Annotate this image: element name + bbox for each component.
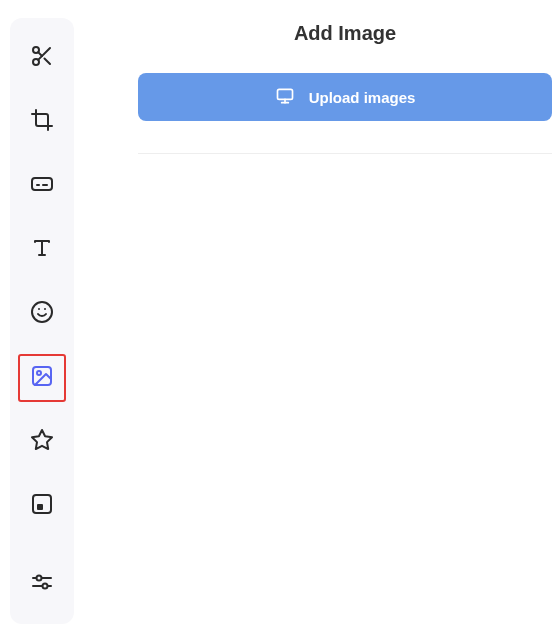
captions-icon xyxy=(30,172,54,200)
overlay-icon xyxy=(30,492,54,520)
monitor-icon xyxy=(275,86,295,109)
upload-images-button[interactable]: Upload images xyxy=(138,73,552,121)
image-icon xyxy=(30,364,54,392)
svg-line-3 xyxy=(44,58,50,64)
page-title: Add Image xyxy=(138,22,552,45)
svg-marker-11 xyxy=(32,430,52,449)
main-panel: Add Image Upload images xyxy=(88,0,558,632)
svg-point-17 xyxy=(43,584,48,589)
sidebar-item-overlay[interactable] xyxy=(19,483,65,529)
scissors-icon xyxy=(30,44,54,72)
star-icon xyxy=(30,428,54,456)
divider xyxy=(138,153,552,154)
sidebar-item-adjust[interactable] xyxy=(19,561,65,607)
svg-point-10 xyxy=(37,371,41,375)
svg-rect-13 xyxy=(37,504,43,510)
crop-icon xyxy=(30,108,54,136)
smile-icon xyxy=(30,300,54,328)
sidebar-item-cut[interactable] xyxy=(19,35,65,81)
sliders-icon xyxy=(30,570,54,598)
sidebar-item-text[interactable] xyxy=(19,227,65,273)
svg-rect-5 xyxy=(32,178,52,190)
sidebar-item-captions[interactable] xyxy=(19,163,65,209)
svg-rect-18 xyxy=(277,89,292,99)
svg-point-6 xyxy=(32,302,52,322)
sidebar-item-star[interactable] xyxy=(19,419,65,465)
text-icon xyxy=(30,236,54,264)
sidebar-item-emoji[interactable] xyxy=(19,291,65,337)
svg-line-4 xyxy=(38,52,42,56)
toolbar-sidebar xyxy=(10,18,74,624)
upload-button-label: Upload images xyxy=(309,89,416,106)
sidebar-item-image[interactable] xyxy=(19,355,65,401)
sidebar-item-crop[interactable] xyxy=(19,99,65,145)
svg-point-15 xyxy=(37,576,42,581)
